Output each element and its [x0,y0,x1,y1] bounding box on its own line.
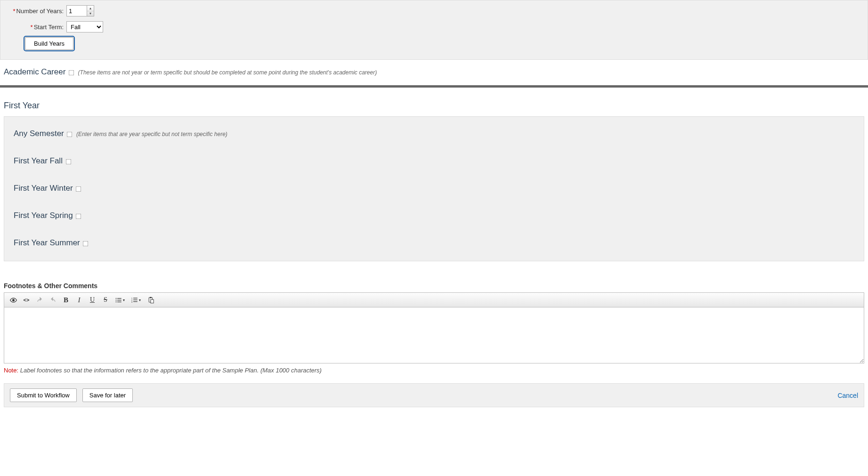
svg-rect-2 [117,298,122,299]
term-title: First Year Winter [14,184,73,193]
redo-icon[interactable] [47,295,59,305]
any-semester-checkbox[interactable] [67,132,73,137]
term-winter-checkbox[interactable] [76,186,81,192]
undo-icon[interactable] [33,295,46,305]
submit-workflow-button[interactable]: Submit to Workflow [10,388,77,402]
bullet-list-icon[interactable]: ▼ [113,295,128,305]
footnotes-section: Footnotes & Other Comments <> B I U S ▼ … [0,261,868,365]
source-icon[interactable]: <> [20,295,32,305]
svg-point-3 [115,299,116,300]
num-years-label: *Number of Years: [5,8,66,15]
academic-career-checkbox[interactable] [69,70,74,76]
build-years-button[interactable]: Build Years [25,37,73,50]
editor-toolbar: <> B I U S ▼ 123 ▼ [4,292,864,307]
required-star-icon: * [13,8,15,15]
svg-point-5 [115,301,116,302]
start-term-row: *Start Term: Fall [5,21,863,32]
term-title: First Year Fall [14,156,63,165]
svg-text:3: 3 [131,300,132,303]
year-panel: Any Semester (Enter items that are year … [4,116,864,261]
any-semester-row: Any Semester (Enter items that are year … [9,122,859,150]
num-years-input[interactable] [66,5,87,16]
svg-rect-4 [117,299,122,300]
note-text: Label footnotes so that the information … [20,367,322,374]
svg-rect-8 [133,298,138,298]
build-years-panel: *Number of Years: ▲ ▼ *Start Term: Fall … [0,0,868,60]
num-years-label-text: Number of Years: [16,8,64,15]
start-term-label: *Start Term: [5,24,66,31]
spinner-down-icon[interactable]: ▼ [87,11,94,16]
term-row-spring: First Year Spring [9,204,859,232]
any-semester-title: Any Semester [14,129,64,138]
save-later-button[interactable]: Save for later [82,388,133,402]
footnotes-editor[interactable] [4,307,864,363]
num-years-row: *Number of Years: ▲ ▼ [5,5,863,16]
svg-rect-6 [117,301,122,302]
paste-icon[interactable] [145,295,157,305]
number-list-icon[interactable]: 123 ▼ [129,295,144,305]
term-fall-checkbox[interactable] [65,159,71,165]
note-row: Note: Label footnotes so that the inform… [0,365,868,383]
spinner-up-icon[interactable]: ▲ [87,6,94,11]
academic-career-title: Academic Career [4,67,65,76]
term-title: First Year Spring [14,211,73,220]
svg-rect-10 [133,299,138,300]
build-years-row: Build Years [5,37,863,50]
strike-icon[interactable]: S [99,295,112,305]
svg-point-0 [12,299,14,301]
num-years-spinner: ▲ ▼ [87,5,94,16]
underline-icon[interactable]: U [86,295,98,305]
start-term-label-text: Start Term: [34,24,64,31]
required-star-icon: * [31,24,33,31]
cancel-link[interactable]: Cancel [837,392,858,399]
svg-rect-14 [150,297,152,298]
academic-career-hint: (These items are not year or term specif… [78,69,377,76]
action-bar: Submit to Workflow Save for later Cancel [4,383,864,407]
term-row-winter: First Year Winter [9,177,859,204]
term-row-fall: First Year Fall [9,150,859,177]
preview-icon[interactable] [7,295,19,305]
start-term-select[interactable]: Fall [66,21,103,32]
year-header: First Year [0,88,868,116]
term-summer-checkbox[interactable] [83,241,89,247]
any-semester-hint: (Enter items that are year specific but … [76,131,227,137]
term-title: First Year Summer [14,238,80,247]
academic-career-section: Academic Career (These items are not yea… [0,61,868,81]
term-row-summer: First Year Summer [9,232,859,250]
bold-icon[interactable]: B [60,295,72,305]
svg-rect-15 [150,299,153,303]
footnotes-label: Footnotes & Other Comments [4,282,864,290]
term-spring-checkbox[interactable] [76,214,81,219]
italic-icon[interactable]: I [73,295,85,305]
svg-point-1 [115,298,116,299]
svg-rect-12 [133,301,138,302]
note-label: Note: [4,367,18,374]
